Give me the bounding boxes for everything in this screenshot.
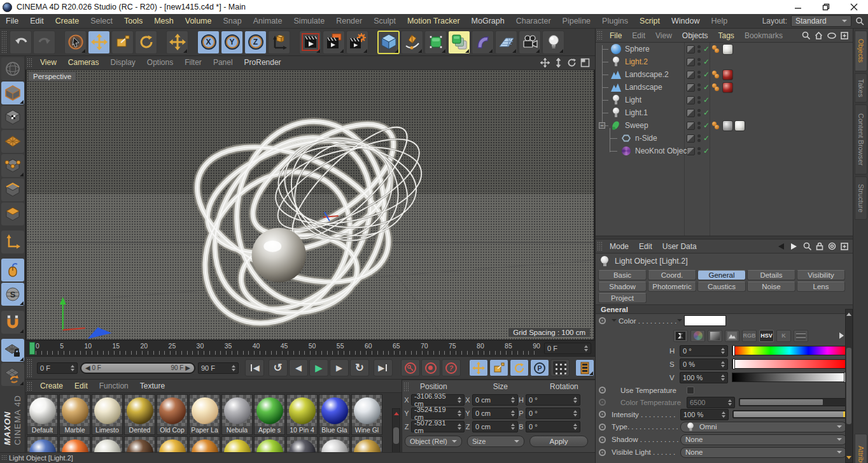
transport-grip[interactable] — [27, 359, 33, 377]
goto-end-button[interactable]: ▶ — [374, 359, 393, 376]
toolbar-grip[interactable] — [1, 31, 8, 53]
subdivision-surface-button[interactable] — [424, 31, 447, 54]
search-icon[interactable] — [855, 17, 864, 25]
frame-stepper[interactable] — [582, 343, 588, 353]
value-field[interactable]: 100 % — [680, 372, 728, 383]
make-editable-button[interactable] — [1, 57, 24, 80]
material-menu-item[interactable]: Texture — [134, 380, 171, 394]
collapse-icon[interactable] — [599, 122, 605, 129]
target-icon[interactable] — [828, 242, 836, 250]
material-tile[interactable] — [189, 436, 220, 452]
menu-item[interactable]: Select — [85, 14, 118, 29]
menu-item[interactable]: Plugins — [596, 14, 634, 29]
slider-handle[interactable] — [732, 359, 735, 369]
menu-item[interactable]: Pipeline — [557, 14, 596, 29]
back-icon[interactable] — [776, 243, 785, 250]
object-row[interactable]: NeoKnot Object — [596, 145, 853, 157]
viewport-menu-item[interactable]: Panel — [207, 55, 239, 70]
attribute-tab[interactable]: Coord. — [648, 270, 696, 280]
workplane-lock-button[interactable] — [1, 339, 24, 362]
model-mode-button[interactable] — [1, 82, 24, 104]
points-mode-button[interactable] — [1, 154, 24, 177]
size-y-field[interactable]: 0 cm — [472, 408, 518, 419]
rgb-mode-button[interactable]: RGB — [742, 330, 757, 342]
live-selection-button[interactable] — [64, 31, 87, 54]
visibility-toggles[interactable] — [697, 109, 701, 117]
enable-check-icon[interactable] — [703, 108, 710, 117]
viewport-menu-item[interactable]: Filter — [179, 55, 207, 70]
keyframe-selection-button[interactable] — [575, 359, 594, 376]
material-tag[interactable] — [722, 69, 733, 80]
eye-icon[interactable] — [827, 32, 836, 39]
attribute-grip[interactable] — [597, 241, 603, 251]
camera-button[interactable] — [519, 31, 541, 54]
object-row[interactable]: Light.2 — [596, 55, 853, 68]
object-label[interactable]: Sphere — [625, 45, 650, 53]
material-tile[interactable] — [254, 436, 285, 452]
material-tag[interactable] — [722, 120, 733, 131]
z-axis-lock-button[interactable]: Z — [244, 31, 267, 54]
object-label[interactable]: NeoKnot Object — [635, 146, 689, 155]
texture-mode-button[interactable] — [1, 106, 24, 129]
object-row[interactable]: n-Side — [596, 132, 853, 145]
attribute-menu-item[interactable]: Mode — [605, 242, 634, 251]
add-primitive-button[interactable] — [377, 31, 400, 54]
polygons-mode-button[interactable] — [1, 203, 24, 225]
key-position-toggle[interactable] — [469, 359, 488, 376]
coordinates-grip[interactable] — [403, 382, 410, 391]
section-header[interactable]: General — [596, 304, 853, 314]
menu-item[interactable]: Create — [50, 14, 85, 29]
enable-check-icon[interactable] — [703, 70, 710, 79]
menu-item[interactable]: MoGraph — [466, 14, 510, 29]
material-tile[interactable]: Limesto — [92, 394, 123, 435]
material-tile[interactable] — [157, 436, 188, 452]
scroll-up-icon[interactable] — [394, 410, 399, 415]
viewport-menu-item[interactable]: View — [34, 55, 62, 70]
workplane-align-button[interactable] — [1, 363, 24, 386]
visibility-toggles[interactable] — [697, 71, 701, 78]
collapse-triangle-icon[interactable] — [612, 319, 617, 324]
object-label[interactable]: n-Side — [635, 134, 657, 143]
object-manager-menu-item[interactable]: Bookmarks — [739, 31, 788, 40]
keyframe-options-button[interactable]: ? — [442, 359, 461, 376]
material-tag[interactable] — [722, 44, 733, 55]
scroll-down-icon[interactable] — [846, 456, 851, 462]
scroll-up-icon[interactable] — [846, 310, 851, 316]
material-menu-item[interactable]: Function — [94, 380, 134, 394]
autokeying-button[interactable] — [421, 359, 440, 376]
menu-item[interactable]: Tools — [118, 14, 148, 29]
viewport-grip[interactable] — [27, 58, 33, 68]
anim-toggle-icon[interactable] — [599, 424, 606, 431]
color-wheel-icon[interactable] — [690, 330, 705, 342]
tweak-mode-button[interactable] — [1, 259, 24, 281]
menu-item[interactable]: Sculpt — [368, 14, 402, 29]
mixer-icon[interactable] — [794, 330, 808, 342]
timeline-ruler[interactable]: 051015202530354045505560657075808590 0 F — [25, 341, 595, 357]
menu-item[interactable]: Motion Tracker — [402, 14, 466, 29]
material-tile[interactable]: Default — [27, 394, 58, 435]
rotate-view-icon[interactable] — [567, 58, 577, 68]
dock-tab[interactable]: Objects — [855, 31, 867, 71]
minimize-button[interactable] — [784, 0, 812, 14]
saturation-slider[interactable] — [732, 359, 847, 369]
redo-button[interactable] — [33, 31, 55, 54]
add-panel-icon[interactable] — [841, 243, 848, 250]
visibility-toggles[interactable] — [697, 122, 701, 129]
layer-badge[interactable] — [687, 147, 695, 155]
axis-mode-button[interactable] — [1, 231, 24, 253]
color-temperature-field[interactable]: 6500 — [687, 397, 735, 408]
shadow-select[interactable]: None — [680, 434, 847, 445]
object-label[interactable]: Light.2 — [625, 57, 648, 66]
x-axis-lock-button[interactable]: X — [197, 31, 220, 54]
snap-button[interactable] — [1, 311, 24, 334]
forward-icon[interactable] — [790, 243, 799, 250]
last-used-tool-button[interactable] — [166, 31, 188, 54]
material-menu-item[interactable]: Edit — [69, 380, 94, 394]
attribute-tab[interactable]: Project — [598, 293, 647, 303]
dock-tab[interactable]: Structure — [855, 176, 867, 220]
deformers-button[interactable] — [472, 31, 494, 54]
material-tile[interactable]: Paper La — [189, 394, 220, 435]
layer-badge[interactable] — [687, 45, 695, 53]
value-slider[interactable] — [732, 373, 847, 382]
home-icon[interactable] — [815, 31, 823, 39]
